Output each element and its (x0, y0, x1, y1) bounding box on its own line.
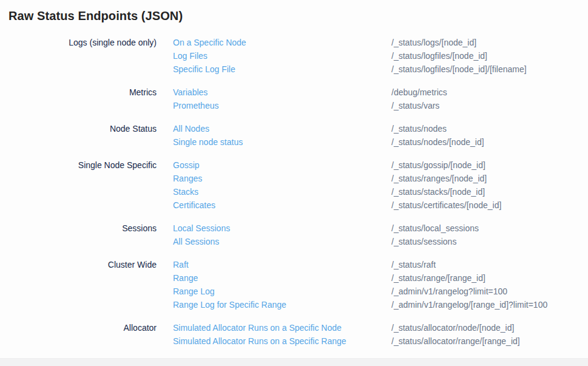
endpoint-row: Certificates /_status/certificates/[node… (0, 198, 588, 212)
endpoint-path: /_status/nodes/[node_id] (391, 135, 588, 149)
endpoint-link-cell: Log Files (157, 49, 391, 63)
category-label: Cluster Wide (0, 258, 157, 271)
endpoint-path: /_status/stacks/[node_id] (391, 185, 588, 198)
category-label: Single Node Specific (0, 158, 157, 172)
endpoint-link[interactable]: Log Files (173, 51, 208, 61)
endpoint-row: All Sessions /_status/sessions (0, 235, 588, 248)
endpoint-group: Cluster Wide Raft /_status/raft Range /_… (0, 258, 588, 311)
endpoint-path: /_admin/v1/rangelog/[range_id]?limit=100 (391, 298, 588, 311)
endpoint-group: Single Node Specific Gossip /_status/gos… (0, 158, 588, 212)
endpoint-link[interactable]: Ranges (173, 174, 202, 183)
endpoint-group: Sessions Local Sessions /_status/local_s… (0, 222, 588, 248)
endpoint-link[interactable]: Certificates (173, 200, 215, 210)
endpoint-path: /_status/vars (391, 99, 588, 112)
endpoint-link-cell: Raft (157, 258, 391, 271)
endpoint-path: /_status/ranges/[node_id] (391, 172, 588, 185)
endpoint-link[interactable]: On a Specific Node (173, 38, 246, 47)
endpoint-row: Range /_status/range/[range_id] (0, 271, 588, 285)
endpoint-path: /_status/range/[range_id] (391, 271, 588, 285)
endpoint-group: Metrics Variables /debug/metrics Prometh… (0, 86, 588, 112)
endpoint-row: Metrics Variables /debug/metrics (0, 86, 588, 99)
footer-band (0, 358, 588, 366)
endpoint-row: Range Log for Specific Range /_admin/v1/… (0, 298, 588, 311)
endpoint-link-cell: Range Log for Specific Range (157, 298, 391, 311)
endpoint-link[interactable]: Range Log for Specific Range (173, 300, 286, 310)
endpoint-link-cell: Single node status (157, 135, 391, 149)
category-label: Allocator (0, 321, 157, 334)
endpoint-link[interactable]: All Nodes (173, 124, 209, 134)
endpoint-link[interactable]: Simulated Allocator Runs on a Specific R… (173, 336, 346, 346)
endpoint-path: /_status/sessions (391, 235, 588, 248)
endpoint-row: Single node status /_status/nodes/[node_… (0, 135, 588, 149)
endpoint-link[interactable]: Prometheus (173, 101, 218, 110)
endpoint-row: Logs (single node only) On a Specific No… (0, 36, 588, 49)
endpoint-path: /debug/metrics (391, 86, 588, 99)
endpoint-path: /_admin/v1/rangelog?limit=100 (391, 285, 588, 298)
endpoint-group: Node Status All Nodes /_status/nodes Sin… (0, 122, 588, 149)
endpoint-row: Allocator Simulated Allocator Runs on a … (0, 321, 588, 334)
endpoint-link-cell: All Sessions (157, 235, 391, 248)
endpoint-link-cell: Range Log (157, 285, 391, 298)
endpoint-link-cell: Stacks (157, 185, 391, 198)
category-label: Logs (single node only) (0, 36, 157, 49)
endpoint-link-cell: All Nodes (157, 122, 391, 135)
endpoint-row: Simulated Allocator Runs on a Specific R… (0, 334, 588, 348)
endpoint-link[interactable]: Single node status (173, 137, 243, 147)
endpoint-path: /_status/raft (391, 258, 588, 271)
endpoint-row: Specific Log File /_status/logfiles/[nod… (0, 63, 588, 76)
endpoint-link-cell: Prometheus (157, 99, 391, 112)
endpoint-path: /_status/logfiles/[node_id]/[filename] (391, 63, 588, 76)
endpoint-groups: Logs (single node only) On a Specific No… (0, 36, 588, 348)
endpoint-link-cell: Gossip (157, 158, 391, 172)
endpoint-link-cell: Simulated Allocator Runs on a Specific N… (157, 321, 391, 334)
endpoint-link[interactable]: Gossip (173, 160, 200, 170)
endpoint-link[interactable]: Simulated Allocator Runs on a Specific N… (173, 323, 342, 333)
category-label: Metrics (0, 86, 157, 99)
endpoint-link-cell: Certificates (157, 198, 391, 212)
endpoint-link[interactable]: Range (173, 273, 198, 283)
endpoint-link[interactable]: Raft (173, 260, 189, 269)
endpoint-link[interactable]: Range Log (173, 286, 215, 296)
endpoint-row: Stacks /_status/stacks/[node_id] (0, 185, 588, 198)
endpoint-link-cell: Range (157, 271, 391, 285)
endpoint-row: Node Status All Nodes /_status/nodes (0, 122, 588, 135)
endpoint-link-cell: Variables (157, 86, 391, 99)
endpoint-group: Allocator Simulated Allocator Runs on a … (0, 321, 588, 348)
endpoint-row: Log Files /_status/logfiles/[node_id] (0, 49, 588, 63)
endpoint-row: Sessions Local Sessions /_status/local_s… (0, 222, 588, 235)
endpoint-path: /_status/nodes (391, 122, 588, 135)
endpoint-path: /_status/allocator/range/[range_id] (391, 334, 588, 348)
endpoint-path: /_status/allocator/node/[node_id] (391, 321, 588, 334)
page-title: Raw Status Endpoints (JSON) (8, 8, 588, 24)
endpoint-path: /_status/logs/[node_id] (391, 36, 588, 49)
endpoint-link[interactable]: Specific Log File (173, 64, 235, 74)
endpoint-link[interactable]: Local Sessions (173, 223, 230, 233)
endpoint-link-cell: On a Specific Node (157, 36, 391, 49)
endpoint-link[interactable]: All Sessions (173, 237, 219, 246)
endpoint-link-cell: Ranges (157, 172, 391, 185)
endpoint-path: /_status/logfiles/[node_id] (391, 49, 588, 63)
endpoint-row: Range Log /_admin/v1/rangelog?limit=100 (0, 285, 588, 298)
raw-status-endpoints-page: Raw Status Endpoints (JSON) Logs (single… (0, 8, 588, 366)
endpoint-path: /_status/gossip/[node_id] (391, 158, 588, 172)
endpoint-row: Prometheus /_status/vars (0, 99, 588, 112)
endpoint-path: /_status/local_sessions (391, 222, 588, 235)
endpoint-row: Ranges /_status/ranges/[node_id] (0, 172, 588, 185)
endpoint-path: /_status/certificates/[node_id] (391, 198, 588, 212)
category-label: Sessions (0, 222, 157, 235)
endpoint-link[interactable]: Stacks (173, 187, 198, 197)
endpoint-link[interactable]: Variables (173, 87, 208, 97)
endpoint-link-cell: Specific Log File (157, 63, 391, 76)
category-label: Node Status (0, 122, 157, 135)
endpoint-row: Single Node Specific Gossip /_status/gos… (0, 158, 588, 172)
endpoint-link-cell: Local Sessions (157, 222, 391, 235)
endpoint-link-cell: Simulated Allocator Runs on a Specific R… (157, 334, 391, 348)
endpoint-group: Logs (single node only) On a Specific No… (0, 36, 588, 76)
endpoint-row: Cluster Wide Raft /_status/raft (0, 258, 588, 271)
